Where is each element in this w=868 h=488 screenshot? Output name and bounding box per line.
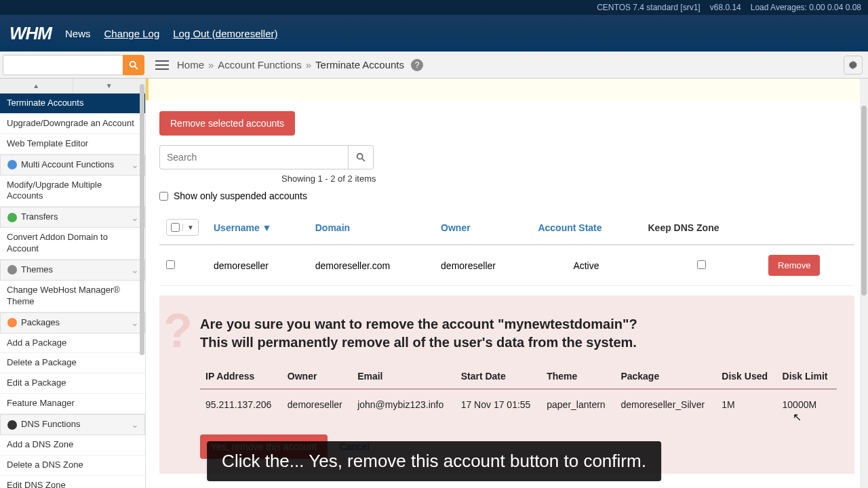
sidebar-item-convert-addon-domain-to-account[interactable]: Convert Addon Domain to Account [0, 228, 145, 260]
sidebar-toggle[interactable] [151, 60, 173, 70]
main-content: Remove selected accounts Showing 1 - 2 o… [146, 79, 868, 488]
sidebar-item-edit-a-package[interactable]: Edit a Package [0, 373, 145, 394]
sidebar-item-themes[interactable]: Themes [0, 260, 145, 281]
section-icon [7, 265, 17, 274]
system-status-bar: CENTOS 7.4 standard [srv1] v68.0.14 Load… [0, 0, 868, 15]
logout-link[interactable]: Log Out (demoreseller) [173, 28, 277, 39]
news-link[interactable]: News [65, 28, 91, 39]
svg-line-4 [362, 159, 365, 161]
search-icon [355, 152, 366, 163]
sidebar-item-web-template-editor[interactable]: Web Template Editor [0, 134, 145, 155]
col-username[interactable]: Username ▼ [207, 211, 309, 245]
dcell-ip: 95.211.137.206 [200, 389, 282, 420]
select-all-dropdown[interactable]: ▼ [166, 219, 199, 236]
svg-point-0 [130, 61, 136, 66]
sidebar-scroll-up[interactable]: ▲ [0, 79, 73, 93]
global-search-input[interactable] [3, 55, 123, 75]
dcol-start: Start Date [456, 364, 542, 389]
sidebar: ▲ ▼ Terminate AccountsUpgrade/Downgrade … [0, 79, 146, 488]
cell-username: demoreseller [207, 245, 309, 286]
suspended-label: Show only suspended accounts [174, 190, 307, 201]
dcol-owner: Owner [282, 364, 352, 389]
col-owner[interactable]: Owner [434, 211, 531, 245]
main-scrollbar[interactable] [861, 106, 867, 296]
dcol-limit: Disk Limit [777, 364, 837, 389]
help-icon[interactable]: ? [411, 59, 423, 71]
svg-point-3 [357, 154, 363, 159]
sidebar-item-terminate-accounts[interactable]: Terminate Accounts [0, 94, 145, 114]
cell-domain: demoreseller.com [309, 245, 434, 286]
sidebar-item-packages[interactable]: Packages [0, 312, 145, 333]
global-search-button[interactable] [123, 55, 144, 75]
breadcrumb-home[interactable]: Home [177, 59, 204, 70]
tutorial-caption: Click the... Yes, remove this account bu… [207, 441, 661, 481]
section-icon [7, 420, 17, 430]
notice-banner [146, 79, 868, 100]
sidebar-item-feature-manager[interactable]: Feature Manager [0, 394, 145, 414]
confirm-line-2: This will permanently remove all of the … [200, 335, 837, 350]
toolbar: Home » Account Functions » Terminate Acc… [0, 52, 868, 79]
dcol-theme: Theme [541, 364, 615, 389]
sidebar-item-add-a-dns-zone[interactable]: Add a DNS Zone [0, 435, 145, 455]
sidebar-item-delete-a-dns-zone[interactable]: Delete a DNS Zone [0, 455, 145, 476]
svg-line-1 [135, 66, 138, 69]
sidebar-item-change-webhost-manager-theme[interactable]: Change WebHost Manager® Theme [0, 281, 145, 312]
suspended-filter[interactable]: Show only suspended accounts [159, 190, 854, 201]
breadcrumb: Home » Account Functions » Terminate Acc… [177, 59, 423, 71]
select-all-checkbox[interactable] [171, 223, 180, 232]
app-header: WHM News Change Log Log Out (demoreselle… [0, 15, 868, 52]
remove-selected-button[interactable]: Remove selected accounts [159, 111, 295, 136]
changelog-link[interactable]: Change Log [104, 28, 160, 39]
dcell-email: john@mybiz123.info [352, 389, 456, 420]
dcell-owner: demoreseller [282, 389, 352, 420]
cell-state: Active [531, 245, 641, 286]
suspended-checkbox[interactable] [159, 192, 168, 201]
search-icon [128, 60, 139, 70]
col-dns: Keep DNS Zone [641, 211, 762, 245]
remove-row-button[interactable]: Remove [768, 255, 820, 276]
os-label: CENTOS 7.4 standard [srv1] [597, 3, 701, 12]
sidebar-scroll-down[interactable]: ▼ [73, 79, 146, 93]
row-checkbox[interactable] [166, 260, 175, 269]
dcol-ip: IP Address [200, 364, 282, 389]
keep-dns-checkbox[interactable] [697, 260, 706, 269]
sidebar-item-modify-upgrade-multiple-accounts[interactable]: Modify/Upgrade Multiple Accounts [0, 176, 145, 207]
accounts-table: ▼ Username ▼ Domain Owner Account State … [159, 211, 854, 286]
section-icon [7, 160, 17, 169]
dcol-used: Disk Used [716, 364, 776, 389]
load-averages: Load Averages: 0.00 0.04 0.08 [751, 3, 861, 12]
dcell-package: demoreseller_Silver [615, 389, 716, 420]
dcell-used: 1M [716, 389, 776, 420]
col-state[interactable]: Account State [531, 211, 641, 245]
breadcrumb-sep: » [208, 59, 214, 70]
dcol-email: Email [352, 364, 456, 389]
sidebar-item-edit-dns-zone[interactable]: Edit DNS Zone [0, 476, 145, 488]
col-domain[interactable]: Domain [309, 211, 434, 245]
dcol-package: Package [615, 364, 716, 389]
breadcrumb-section[interactable]: Account Functions [218, 59, 301, 70]
sidebar-item-dns-functions[interactable]: DNS Functions [0, 414, 145, 435]
account-detail-table: IP Address Owner Email Start Date Theme … [200, 364, 837, 420]
sidebar-item-multi-account-functions[interactable]: Multi Account Functions [0, 155, 145, 176]
sidebar-item-delete-a-package[interactable]: Delete a Package [0, 353, 145, 373]
confirm-line-1: Are you sure you want to remove the acco… [200, 314, 837, 333]
section-icon [7, 213, 17, 222]
table-row: demoreseller demoreseller.com demoresell… [159, 245, 854, 286]
account-search-button[interactable] [348, 145, 374, 169]
sidebar-item-transfers[interactable]: Transfers [0, 207, 145, 228]
section-icon [7, 318, 17, 327]
chevron-down-icon: ▼ [182, 224, 194, 231]
settings-button[interactable] [844, 56, 863, 75]
dcell-theme: paper_lantern [541, 389, 615, 420]
gear-icon [848, 60, 859, 70]
sidebar-item-add-a-package[interactable]: Add a Package [0, 333, 145, 354]
breadcrumb-sep: » [306, 59, 311, 70]
breadcrumb-current: Terminate Accounts [315, 59, 404, 70]
cell-owner: demoreseller [434, 245, 531, 286]
dcell-limit: 10000M [777, 389, 837, 420]
sidebar-scrollbar[interactable] [140, 84, 144, 355]
sidebar-item-upgrade-downgrade-an-account[interactable]: Upgrade/Downgrade an Account [0, 114, 145, 134]
dcell-start: 17 Nov 17 01:55 [456, 389, 542, 420]
whm-logo: WHM [9, 23, 52, 44]
account-search-input[interactable] [159, 145, 348, 169]
